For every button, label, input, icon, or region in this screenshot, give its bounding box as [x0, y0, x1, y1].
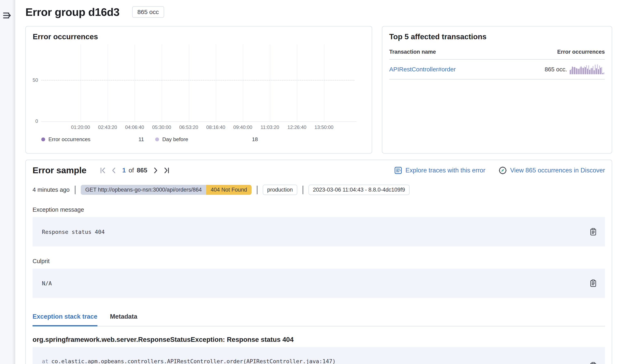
pagination-of-label: of — [129, 167, 134, 174]
copy-button[interactable] — [590, 361, 598, 364]
exception-message-value: Response status 404 — [42, 229, 105, 235]
previous-page-button[interactable] — [109, 166, 118, 175]
culprit-value: N/A — [42, 280, 52, 286]
chevron-left-icon — [110, 167, 118, 174]
x-tick-label: 12:26:40 — [287, 124, 306, 130]
next-page-button[interactable] — [151, 166, 160, 175]
transactions-table-header: Transaction name Error occurrences — [389, 49, 605, 60]
request-status-badge: GET http://opbeans-go-nsn:3000/api/order… — [81, 185, 252, 195]
transaction-link[interactable]: APIRestController#order — [389, 66, 456, 73]
error-sample-title: Error sample — [33, 165, 86, 175]
error-occurrences-panel-title: Error occurrences — [33, 33, 365, 41]
total-pages: 865 — [137, 167, 147, 174]
legend-dot-icon — [41, 137, 45, 141]
x-tick-label: 08:16:40 — [206, 124, 225, 130]
last-page-button[interactable] — [162, 166, 171, 175]
legend-label: Day before — [162, 136, 188, 143]
service-version-badge: 2023-03-06 11:04:43 - 8.8.0-4dc109f9 — [308, 185, 410, 195]
x-tick-label: 06:53:20 — [179, 124, 198, 130]
copy-clipboard-icon — [590, 279, 598, 287]
error-sample-header: Error sample 1 of 865 — [33, 165, 605, 175]
page-title: Error group d16d3 — [26, 6, 120, 18]
transaction-occurrences-value: 865 occ. — [545, 66, 567, 73]
expand-menu-button[interactable] — [3, 11, 13, 20]
timestamp-relative: 4 minutes ago — [33, 186, 70, 193]
culprit-label: Culprit — [33, 258, 605, 265]
legend-item[interactable]: Day before18 — [155, 136, 258, 143]
divider — [257, 186, 257, 194]
sample-tabs: Exception stack trace Metadata — [33, 313, 605, 326]
stack-frames: atco.elastic.apm.opbeans.controllers.API… — [42, 356, 596, 364]
current-page-number: 1 — [122, 167, 126, 174]
error-sample-panel: Error sample 1 of 865 — [26, 160, 612, 364]
copy-clipboard-icon — [590, 362, 598, 364]
request-method-url-badge: GET http://opbeans-go-nsn:3000/api/order… — [81, 185, 206, 195]
explore-traces-label: Explore traces with this error — [406, 167, 485, 174]
chevron-right-icon — [152, 167, 159, 174]
tab-exception-stack-trace[interactable]: Exception stack trace — [33, 313, 97, 326]
last-page-icon — [163, 167, 170, 174]
view-in-discover-label: View 865 occurrences in Discover — [510, 167, 605, 174]
legend-item[interactable]: Error occurrences11 — [41, 136, 144, 143]
sample-pagination: 1 of 865 — [98, 166, 171, 175]
divider — [303, 186, 303, 194]
copy-button[interactable] — [590, 227, 598, 236]
exception-heading: org.springframework.web.server.ResponseS… — [33, 336, 605, 343]
bar-series — [41, 45, 354, 121]
top-transactions-title: Top 5 affected transactions — [389, 33, 605, 41]
y-axis-tick-0: 0 — [26, 118, 38, 124]
explore-traces-link[interactable]: Explore traces with this error — [394, 166, 485, 174]
top-transactions-panel: Top 5 affected transactions Transaction … — [382, 26, 612, 154]
x-axis-line — [41, 121, 357, 122]
collapsed-nav-sidebar — [0, 0, 15, 364]
x-tick-label: 01:20:00 — [71, 124, 90, 130]
legend-value: 11 — [139, 136, 144, 143]
chart-plot-area — [41, 45, 354, 121]
error-group-page: Error group d16d3 865 occ Error occurren… — [15, 0, 617, 364]
copy-button[interactable] — [590, 279, 598, 288]
error-occurrences-panel: Error occurrences 50 0 01:20:0002:43:200… — [26, 26, 372, 154]
discover-compass-icon — [499, 166, 507, 175]
x-tick-label: 02:43:20 — [98, 124, 117, 130]
error-meta-row: 4 minutes ago GET http://opbeans-go-nsn:… — [33, 185, 605, 195]
exception-message-block: Response status 404 — [33, 217, 605, 247]
http-status-badge: 404 Not Found — [206, 185, 252, 195]
tab-metadata[interactable]: Metadata — [110, 313, 137, 326]
divider — [75, 186, 76, 194]
legend-dot-icon — [155, 137, 159, 141]
view-in-discover-link[interactable]: View 865 occurrences in Discover — [499, 166, 605, 175]
x-tick-label: 13:50:00 — [314, 124, 333, 130]
first-page-icon — [99, 167, 107, 174]
x-tick-label: 09:40:00 — [233, 124, 252, 130]
x-tick-label: 11:03:20 — [260, 124, 279, 130]
transactions-table: Transaction name Error occurrences APIRe… — [389, 49, 605, 79]
legend-value: 18 — [252, 136, 258, 143]
stack-trace-block: atco.elastic.apm.opbeans.controllers.API… — [33, 347, 605, 364]
environment-badge: production — [263, 185, 297, 195]
copy-clipboard-icon — [590, 228, 598, 236]
column-error-occurrences: Error occurrences — [557, 49, 605, 55]
legend-label: Error occurrences — [48, 136, 90, 143]
occurrences-sparkline — [570, 63, 605, 76]
culprit-block: N/A — [33, 269, 605, 298]
x-tick-label: 04:06:40 — [125, 124, 144, 130]
chart-legend: Error occurrences11Day before18 — [41, 136, 258, 143]
stack-frame-line: atco.elastic.apm.opbeans.controllers.API… — [42, 356, 596, 364]
occurrences-count-badge: 865 occ — [132, 6, 164, 18]
apm-trace-icon — [394, 166, 402, 174]
exception-message-label: Exception message — [33, 206, 605, 213]
first-page-button[interactable] — [98, 166, 108, 175]
y-axis-tick-50: 50 — [26, 77, 38, 83]
table-row: APIRestController#order 865 occ. — [389, 60, 605, 79]
x-tick-label: 05:30:00 — [152, 124, 171, 130]
column-transaction-name: Transaction name — [389, 49, 436, 55]
page-header: Error group d16d3 865 occ — [26, 6, 612, 18]
menu-arrow-right-icon — [3, 11, 13, 20]
